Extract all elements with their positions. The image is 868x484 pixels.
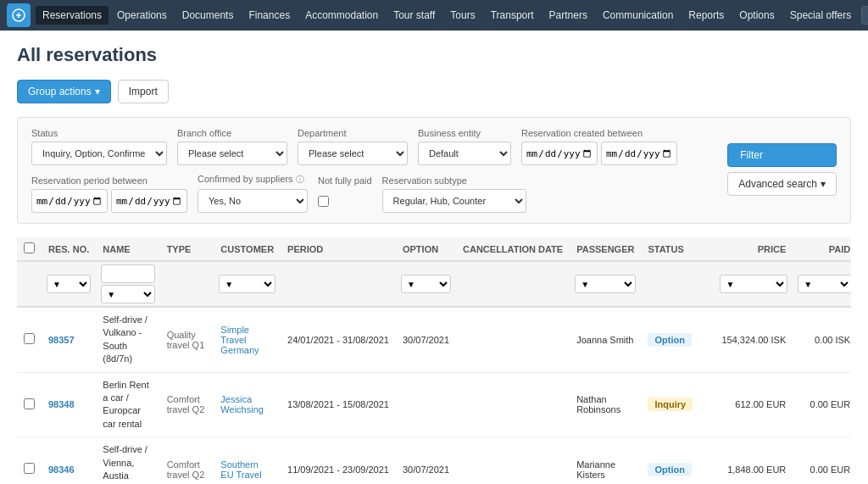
price-cell: 1,848.00 EUR — [715, 437, 793, 484]
price-cell: 612.00 EUR — [715, 372, 793, 437]
branch-filter: Branch office Please select — [177, 128, 287, 165]
nav-item-finances[interactable]: Finances — [242, 6, 297, 25]
chevron-down-icon: ▾ — [95, 86, 100, 97]
period-cell: 11/09/2021 - 23/09/2021 — [281, 437, 396, 484]
customer-cell: Jessica Weichsing — [214, 372, 281, 437]
entity-select[interactable]: Default — [418, 142, 511, 165]
paid-cell: 0.00 EUR — [793, 437, 851, 484]
res-created-date-range — [521, 142, 677, 165]
passenger-cell: Joanna Smith — [570, 307, 641, 372]
table-header-row: RES. NO. NAME TYPE CUSTOMER PERIOD OPTIO… — [17, 237, 851, 261]
reservations-table-container: RES. NO. NAME TYPE CUSTOMER PERIOD OPTIO… — [17, 237, 851, 484]
col-customer: CUSTOMER — [214, 237, 281, 261]
status-badge: Inquiry — [648, 398, 693, 411]
customer-cell: Simple Travel Germany — [214, 307, 281, 372]
reservations-table: RES. NO. NAME TYPE CUSTOMER PERIOD OPTIO… — [17, 237, 851, 484]
option-filter-select[interactable]: ▼ — [401, 275, 451, 293]
nav-item-tour-staff[interactable]: Tour staff — [387, 6, 442, 25]
cancellation-date-cell — [456, 437, 570, 484]
res-no-cell[interactable]: 98346 — [42, 437, 96, 484]
price-cell: 154,324.00 ISK — [715, 307, 793, 372]
res-created-from[interactable] — [521, 142, 598, 165]
confirmed-suppliers-select[interactable]: Yes, No — [198, 189, 308, 213]
row-select-checkbox[interactable] — [24, 398, 35, 409]
customer-filter-select[interactable]: ▼ — [219, 275, 275, 293]
table-row: 98357 Self-drive / Vulkano - South (8d/7… — [17, 307, 851, 372]
col-period: PERIOD — [281, 237, 396, 261]
not-fully-paid-checkbox[interactable] — [318, 196, 329, 207]
dept-filter: Department Please select — [298, 128, 408, 165]
nav-item-partners[interactable]: Partners — [542, 6, 594, 25]
name-cell: Self-drive / Vienna, Austia (13d/12n) — [96, 437, 159, 484]
nav-item-documents[interactable]: Documents — [175, 6, 241, 25]
res-created-filter: Reservation created between — [521, 128, 677, 165]
status-label: Status — [31, 128, 167, 138]
branch-select[interactable]: Please select — [177, 142, 287, 165]
col-name: NAME — [96, 237, 159, 261]
col-status: STATUS — [641, 237, 715, 261]
customer-link[interactable]: Simple Travel Germany — [220, 325, 259, 355]
paid-cell: 0.00 ISK — [793, 307, 851, 372]
period-cell: 24/01/2021 - 31/08/2021 — [281, 307, 396, 372]
filters-section: Status Inquiry, Option, Confirmed, Fi Br… — [17, 117, 851, 224]
res-created-to[interactable] — [601, 142, 677, 165]
dept-label: Department — [298, 128, 408, 138]
row-select-checkbox[interactable] — [24, 463, 35, 474]
paid-cell: 0.00 EUR — [793, 372, 851, 437]
status-cell: Option — [641, 437, 715, 484]
advanced-search-button[interactable]: Advanced search ▾ — [727, 172, 837, 196]
paid-filter-select[interactable]: ▼ — [798, 275, 851, 293]
type-cell: Comfort travel Q2 — [160, 372, 214, 437]
col-option: OPTION — [396, 237, 456, 261]
nav-item-transport[interactable]: Transport — [484, 6, 541, 25]
nav-item-reports[interactable]: Reports — [682, 6, 731, 25]
res-no-filter-select[interactable]: ▼ — [47, 275, 91, 293]
status-select[interactable]: Inquiry, Option, Confirmed, Fi — [31, 142, 167, 165]
nav-item-tours[interactable]: Tours — [443, 6, 481, 25]
subtype-label: Reservation subtype — [382, 175, 526, 186]
res-period-to[interactable] — [111, 189, 187, 213]
global-search-input[interactable] — [861, 6, 868, 25]
option-cell: 30/07/2021 — [396, 307, 456, 372]
price-filter-select[interactable]: ▼ — [720, 275, 787, 293]
col-cancellation-date: CANCELLATION DATE — [456, 237, 570, 261]
cancellation-date-cell — [456, 372, 570, 437]
nav-item-operations[interactable]: Operations — [110, 6, 174, 25]
table-row: 98348 Berlin Rent a car / Europcar car r… — [17, 372, 851, 437]
info-icon: ⓘ — [296, 175, 304, 184]
passenger-filter-select[interactable]: ▼ — [575, 275, 636, 293]
customer-cell: Southern EU Travel — [214, 437, 281, 484]
col-res-no: RES. NO. — [42, 237, 96, 261]
name-cell: Berlin Rent a car / Europcar car rental — [96, 372, 159, 437]
toolbar: Group actions ▾ Import — [17, 80, 851, 103]
row-checkbox-cell — [17, 437, 42, 484]
nav-item-accommodation[interactable]: Accommodation — [298, 6, 385, 25]
group-actions-button[interactable]: Group actions ▾ — [17, 80, 111, 103]
name-filter-select[interactable]: ▼ — [101, 285, 154, 303]
customer-link[interactable]: Southern EU Travel — [220, 459, 261, 480]
status-badge: Option — [648, 333, 691, 347]
res-period-from[interactable] — [31, 189, 108, 213]
nav-item-options[interactable]: Options — [732, 6, 781, 25]
name-filter-input[interactable] — [101, 264, 154, 283]
type-cell: Quality travel Q1 — [160, 307, 214, 372]
row-select-checkbox[interactable] — [24, 333, 35, 344]
passenger-cell: Marianne Kisters — [570, 437, 641, 484]
status-badge: Option — [648, 463, 691, 476]
nav-item-communication[interactable]: Communication — [596, 6, 680, 25]
page-title: All reservations — [17, 44, 851, 66]
select-all-checkbox[interactable] — [24, 242, 35, 253]
customer-link[interactable]: Jessica Weichsing — [220, 394, 264, 414]
res-no-cell[interactable]: 98357 — [42, 307, 96, 372]
import-button[interactable]: Import — [118, 80, 169, 103]
nav-item-reservations[interactable]: Reservations — [36, 6, 108, 25]
select-all-header — [17, 237, 42, 261]
nav-item-special-offers[interactable]: Special offers — [783, 6, 859, 25]
res-no-cell[interactable]: 98348 — [42, 372, 96, 437]
dept-select[interactable]: Please select — [298, 142, 408, 165]
subtype-select[interactable]: Regular, Hub, Counter — [382, 189, 526, 213]
confirmed-suppliers-label: Confirmed by suppliers ⓘ — [198, 174, 308, 186]
option-cell — [396, 372, 456, 437]
entity-label: Business entity — [418, 128, 511, 138]
filter-button[interactable]: Filter — [727, 143, 837, 167]
